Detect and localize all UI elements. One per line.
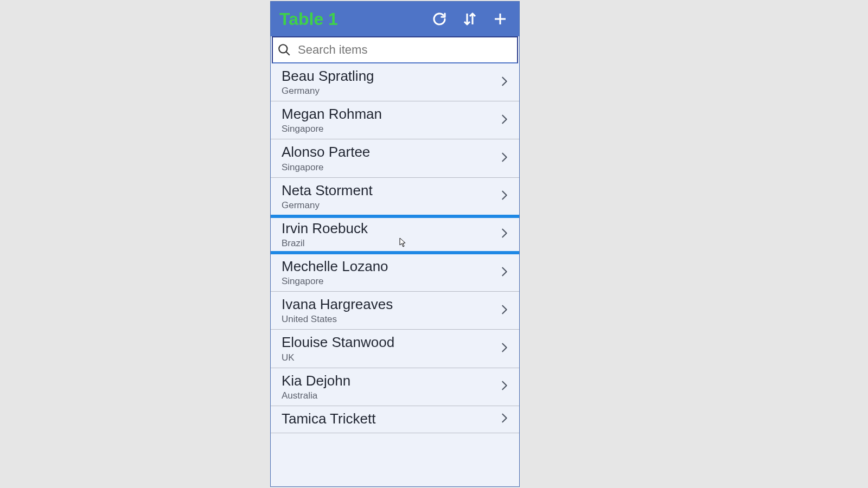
list-item-subtitle: UK xyxy=(282,352,499,363)
list-item-text: Mechelle LozanoSingapore xyxy=(282,258,499,287)
svg-point-4 xyxy=(279,44,287,53)
chevron-right-icon xyxy=(499,410,510,428)
list-item-text: Megan RohmanSingapore xyxy=(282,106,499,134)
list-item-name: Megan Rohman xyxy=(282,106,499,123)
list-item-text: Alonso ParteeSingapore xyxy=(282,144,499,172)
header-bar: Table 1 xyxy=(271,2,519,36)
list-item-name: Neta Storment xyxy=(282,182,499,199)
list-item-text: Neta StormentGermany xyxy=(282,182,499,211)
plus-icon xyxy=(492,11,508,27)
chevron-right-icon xyxy=(499,188,510,205)
list-item-name: Alonso Partee xyxy=(282,144,499,160)
search-input[interactable] xyxy=(297,42,513,57)
cursor-icon xyxy=(399,237,407,247)
list-item-text: Elouise StanwoodUK xyxy=(282,334,499,363)
list-item-subtitle: United States xyxy=(282,314,499,325)
list-item[interactable]: Tamica Trickett xyxy=(271,406,519,433)
chevron-right-icon xyxy=(499,264,510,281)
refresh-button[interactable] xyxy=(431,11,448,27)
chevron-right-icon xyxy=(499,74,510,91)
list-item-text: Kia DejohnAustralia xyxy=(282,373,499,401)
app-window: Table 1 xyxy=(270,1,520,487)
list-item[interactable]: Ivana HargreavesUnited States xyxy=(271,292,519,330)
page-title: Table 1 xyxy=(279,9,431,29)
svg-line-5 xyxy=(286,52,290,55)
list-item-subtitle: Singapore xyxy=(282,276,499,287)
list-item-name: Tamica Trickett xyxy=(282,410,499,427)
add-button[interactable] xyxy=(492,11,508,27)
list-item[interactable]: Elouise StanwoodUK xyxy=(271,330,519,368)
list-item-text: Irvin RoebuckBrazil xyxy=(282,220,499,249)
chevron-right-icon xyxy=(499,112,510,129)
list-item[interactable]: Neta StormentGermany xyxy=(271,178,519,216)
list-item-subtitle: Germany xyxy=(282,86,499,97)
list-item-subtitle: Singapore xyxy=(282,124,499,134)
list-item[interactable]: Irvin RoebuckBrazil xyxy=(271,216,519,254)
list-item[interactable]: Alonso ParteeSingapore xyxy=(271,139,519,177)
list-item-text: Beau SpratlingGermany xyxy=(282,68,499,97)
search-icon xyxy=(277,43,291,57)
list-item[interactable]: Kia DejohnAustralia xyxy=(271,368,519,406)
list-item[interactable]: Mechelle LozanoSingapore xyxy=(271,254,519,292)
refresh-icon xyxy=(431,11,448,27)
chevron-right-icon xyxy=(499,302,510,319)
search-container xyxy=(271,36,519,63)
list-item-name: Irvin Roebuck xyxy=(282,220,499,237)
list-item-name: Mechelle Lozano xyxy=(282,258,499,275)
sort-button[interactable] xyxy=(462,11,478,27)
list-item-subtitle: Australia xyxy=(282,390,499,401)
list-item-subtitle: Brazil xyxy=(282,238,499,249)
list-item[interactable]: Beau SpratlingGermany xyxy=(271,63,519,101)
chevron-right-icon xyxy=(499,378,510,395)
search-box[interactable] xyxy=(272,36,518,63)
list-item-name: Kia Dejohn xyxy=(282,373,499,389)
list-item-subtitle: Singapore xyxy=(282,162,499,173)
list-item-text: Tamica Trickett xyxy=(282,410,499,428)
list-item-text: Ivana HargreavesUnited States xyxy=(282,296,499,325)
items-list: Beau SpratlingGermanyMegan RohmanSingapo… xyxy=(271,63,519,433)
list-item-name: Ivana Hargreaves xyxy=(282,296,499,313)
list-item-name: Beau Spratling xyxy=(282,68,499,85)
chevron-right-icon xyxy=(499,150,510,167)
list-item[interactable]: Megan RohmanSingapore xyxy=(271,101,519,139)
header-actions xyxy=(431,11,513,27)
list-item-subtitle: Germany xyxy=(282,200,499,211)
sort-icon xyxy=(462,11,478,27)
list-item-name: Elouise Stanwood xyxy=(282,334,499,351)
chevron-right-icon xyxy=(499,226,510,243)
chevron-right-icon xyxy=(499,340,510,357)
